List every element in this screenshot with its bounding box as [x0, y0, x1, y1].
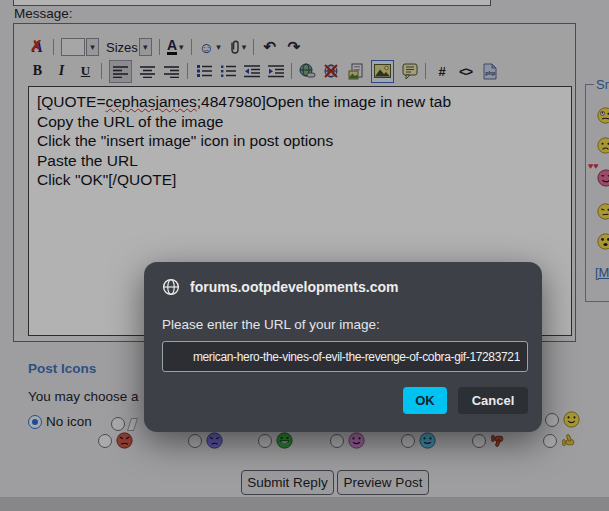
dialog-header: forums.ootpdevelopments.com: [162, 278, 528, 296]
dialog-origin: forums.ootpdevelopments.com: [190, 279, 398, 295]
cancel-button[interactable]: Cancel: [458, 387, 528, 414]
ok-button[interactable]: OK: [403, 387, 447, 414]
dialog-prompt-text: Please enter the URL of your image:: [162, 317, 528, 332]
forum-reply-page: Message: A ✗ ▾ Sizes ▾ A ▾: [0, 0, 609, 511]
url-input[interactable]: [162, 341, 528, 372]
dialog-buttons: OK Cancel: [162, 387, 528, 414]
globe-icon: [162, 278, 180, 296]
url-prompt-dialog: forums.ootpdevelopments.com Please enter…: [144, 262, 542, 432]
modal-dim-overlay: [0, 0, 609, 511]
